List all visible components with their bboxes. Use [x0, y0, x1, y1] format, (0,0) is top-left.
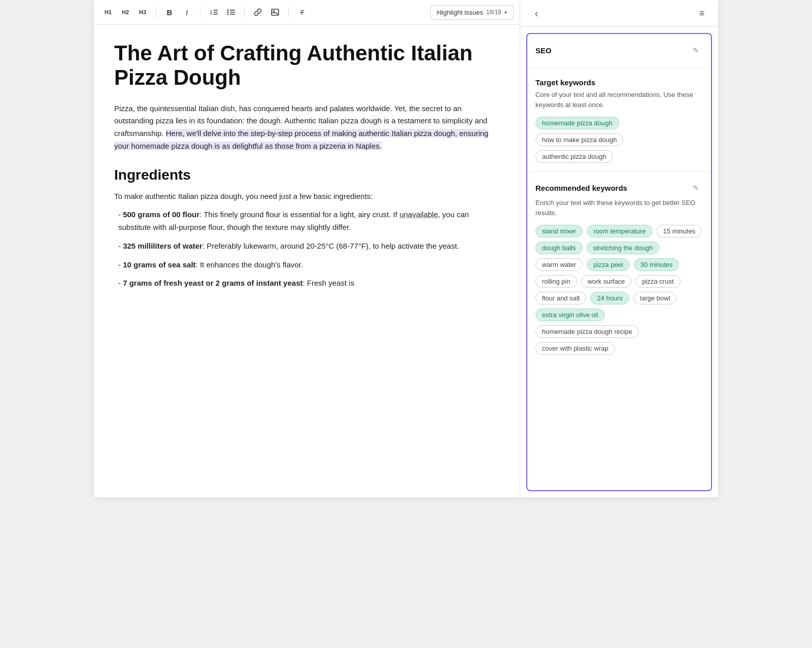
recommended-keywords-edit-button[interactable]: ✎	[689, 181, 703, 195]
h1-button[interactable]: H1	[100, 4, 116, 20]
recommended-keyword-tag[interactable]: warm water	[535, 258, 583, 271]
svg-point-4	[227, 10, 229, 11]
recommended-keyword-tag[interactable]: work surface	[581, 275, 632, 288]
target-keywords-header: Target keywords	[535, 78, 703, 87]
svg-point-11	[273, 11, 275, 12]
ingredient-1-name: 500 grams of 00 flour	[123, 210, 199, 219]
list-buttons: 1.	[206, 4, 239, 20]
recommended-keyword-tag[interactable]: 24 hours	[590, 292, 629, 304]
seo-panel-topbar: ‹ ≡	[520, 0, 718, 27]
link-button[interactable]	[250, 4, 266, 20]
ingredient-4-desc: : Fresh yeast is	[302, 279, 354, 287]
divider-2	[200, 6, 200, 18]
recommended-keyword-tag[interactable]: 30 minutes	[634, 258, 680, 271]
intro-paragraph: Pizza, the quintessential Italian dish, …	[114, 103, 499, 153]
heading-buttons: H1 H2 H3	[100, 4, 151, 20]
ingredient-1: - 500 grams of 00 flour: This finely gro…	[114, 209, 499, 234]
ingredients-intro: To make authentic Italian pizza dough, y…	[114, 190, 499, 203]
editor-content[interactable]: The Art of Crafting Authentic Italian Pi…	[94, 25, 520, 497]
seo-panel-inner: SEO ✎ Target keywords Core of your text …	[526, 33, 712, 491]
ingredient-2-name: 325 milliliters of water	[123, 242, 202, 250]
recommended-keywords-title: Recommended keywords	[535, 184, 627, 192]
ingredient-2: - 325 milliliters of water: Preferably l…	[114, 240, 499, 253]
insert-buttons	[250, 4, 283, 20]
svg-point-6	[227, 14, 229, 15]
divider-1	[156, 6, 156, 18]
recommended-keyword-tag[interactable]: room temperature	[587, 225, 652, 237]
recommended-keyword-tag[interactable]: rolling pin	[535, 275, 577, 288]
recommended-keyword-tag[interactable]: cover with plastic wrap	[535, 342, 615, 355]
svg-point-5	[227, 12, 229, 13]
recommended-keywords-header: Recommended keywords ✎	[535, 181, 703, 195]
target-keywords-section: Target keywords Core of your text and al…	[527, 69, 711, 172]
recommended-keywords-desc: Enrich your text with these keywords to …	[535, 198, 703, 218]
chevron-down-icon: ▾	[504, 10, 507, 15]
ingredient-1-desc: : This finely ground flour is essential …	[199, 210, 397, 219]
ingredient-3-name: 10 grams of sea salt	[123, 260, 195, 269]
document-title: The Art of Crafting Authentic Italian Pi…	[114, 41, 499, 90]
image-button[interactable]	[267, 4, 283, 20]
ingredient-4: - 7 grams of fresh yeast or 2 grams of i…	[114, 277, 499, 290]
recommended-keyword-tag[interactable]: flour and salt	[535, 292, 586, 304]
svg-text:1.: 1.	[210, 10, 214, 15]
ingredient-2-desc: : Preferably lukewarm, around 20-25°C (6…	[202, 242, 459, 250]
unordered-list-button[interactable]	[223, 4, 239, 20]
seo-header-section: SEO ✎	[527, 34, 711, 69]
recommended-keywords-container: stand mixerroom temperature15 minutesdou…	[535, 225, 703, 355]
recommended-keyword-tag[interactable]: pizza crust	[635, 275, 680, 288]
ingredient-1-unavailable: unavailable	[399, 210, 438, 219]
h3-button[interactable]: H3	[134, 4, 151, 20]
target-keywords-desc: Core of your text and all recommendation…	[535, 90, 703, 110]
recommended-keyword-tag[interactable]: large bowl	[633, 292, 676, 304]
ingredient-4-name: 7 grams of fresh yeast or 2 grams of ins…	[123, 279, 302, 287]
target-keywords-container: homemade pizza doughhow to make pizza do…	[535, 117, 703, 163]
target-keywords-title: Target keywords	[535, 78, 595, 87]
bold-button[interactable]: B	[161, 4, 178, 20]
ordered-list-icon: 1.	[210, 8, 218, 16]
format-buttons: B I	[161, 4, 195, 20]
ingredient-4-prefix: -	[118, 279, 123, 287]
highlight-issues-count: 18/18	[486, 9, 501, 16]
back-arrow-icon: ‹	[535, 8, 538, 19]
target-keyword-tag[interactable]: how to make pizza dough	[535, 133, 623, 146]
recommended-keywords-section: Recommended keywords ✎ Enrich your text …	[527, 172, 711, 363]
recommended-keyword-tag[interactable]: stand mixer	[535, 225, 583, 237]
seo-section-header: SEO ✎	[535, 43, 703, 57]
menu-button[interactable]: ≡	[694, 5, 710, 21]
ingredient-3: - 10 grams of sea salt: It enhances the …	[114, 259, 499, 271]
editor-panel: H1 H2 H3 B I 1.	[94, 0, 520, 497]
ingredients-heading: Ingredients	[114, 167, 499, 183]
highlight-issues-label: Highlight issues	[437, 9, 483, 16]
seo-edit-button[interactable]: ✎	[689, 43, 703, 57]
clear-format-button[interactable]: T	[294, 4, 310, 20]
ingredient-2-prefix: -	[118, 242, 123, 250]
recommended-keyword-tag[interactable]: 15 minutes	[657, 225, 702, 237]
highlighted-text: Here, we'll delve into the step-by-step …	[114, 129, 488, 150]
target-keyword-tag[interactable]: authentic pizza dough	[535, 150, 613, 163]
image-icon	[271, 8, 279, 16]
recommended-keyword-tag[interactable]: stretching the dough	[587, 242, 660, 254]
italic-button[interactable]: I	[179, 4, 195, 20]
target-keyword-tag[interactable]: homemade pizza dough	[535, 117, 619, 129]
back-button[interactable]: ‹	[528, 5, 545, 21]
h2-button[interactable]: H2	[117, 4, 133, 20]
highlight-issues-button[interactable]: Highlight issues 18/18 ▾	[430, 5, 514, 20]
seo-title: SEO	[535, 46, 552, 55]
unordered-list-icon	[227, 8, 235, 16]
divider-3	[244, 6, 245, 18]
ingredient-3-desc: : It enhances the dough's flavor.	[196, 260, 303, 269]
recommended-keyword-tag[interactable]: pizza peel	[587, 258, 630, 271]
ingredient-3-prefix: -	[118, 260, 123, 269]
recommended-keyword-tag[interactable]: extra virgin olive oil	[535, 309, 605, 321]
link-icon	[254, 8, 262, 16]
seo-panel: ‹ ≡ SEO ✎ Target keywords Core of your t…	[520, 0, 718, 497]
recommended-keyword-tag[interactable]: dough balls	[535, 242, 583, 254]
clear-buttons: T	[294, 4, 310, 20]
ingredient-1-prefix: -	[118, 210, 123, 219]
divider-4	[288, 6, 289, 18]
hamburger-icon: ≡	[699, 8, 705, 19]
recommended-keyword-tag[interactable]: homemade pizza dough recipe	[535, 325, 639, 338]
toolbar: H1 H2 H3 B I 1.	[94, 0, 520, 25]
ordered-list-button[interactable]: 1.	[206, 4, 222, 20]
